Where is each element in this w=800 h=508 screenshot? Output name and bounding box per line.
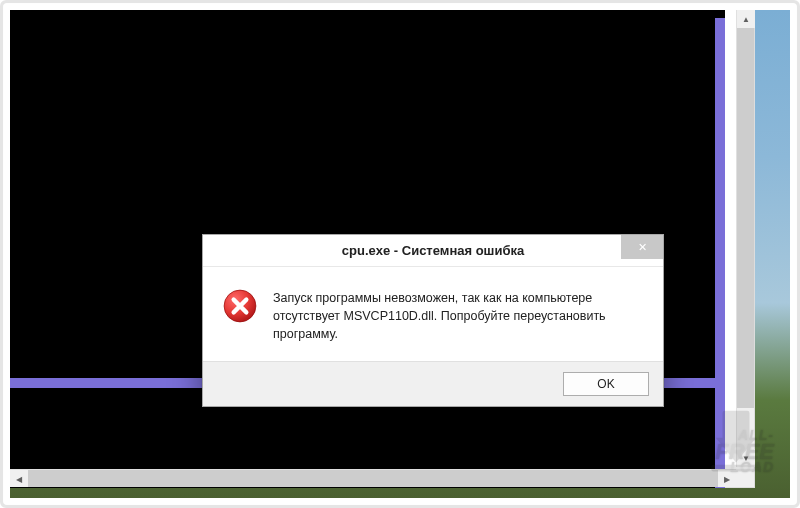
- close-button[interactable]: ✕: [621, 235, 663, 259]
- dialog-footer: OK: [203, 361, 663, 406]
- error-dialog: cpu.exe - Системная ошибка ✕ Запуск прог…: [202, 234, 664, 407]
- scroll-left-button[interactable]: ◀: [10, 470, 28, 488]
- vertical-scrollbar[interactable]: ▲ ▼: [736, 10, 754, 467]
- scroll-up-button[interactable]: ▲: [737, 10, 755, 28]
- dialog-titlebar[interactable]: cpu.exe - Системная ошибка ✕: [203, 235, 663, 267]
- desktop-background: ▲ ▼ ◀ ▶ cpu.exe - Системная ошибка ✕: [10, 10, 790, 498]
- dialog-title: cpu.exe - Системная ошибка: [203, 243, 663, 258]
- dialog-message: Запуск программы невозможен, так как на …: [273, 289, 643, 343]
- scroll-down-button[interactable]: ▼: [737, 449, 755, 467]
- horizontal-scrollbar[interactable]: ◀ ▶: [10, 469, 754, 487]
- scroll-right-button[interactable]: ▶: [718, 470, 736, 488]
- purple-vertical-bar: [715, 18, 725, 488]
- error-icon: [223, 289, 257, 323]
- scroll-thumb-horizontal[interactable]: [28, 470, 718, 487]
- close-icon: ✕: [638, 241, 647, 254]
- ok-button[interactable]: OK: [563, 372, 649, 396]
- dialog-body: Запуск программы невозможен, так как на …: [203, 267, 663, 361]
- scroll-corner: [736, 469, 754, 487]
- scroll-thumb-vertical[interactable]: [737, 28, 754, 408]
